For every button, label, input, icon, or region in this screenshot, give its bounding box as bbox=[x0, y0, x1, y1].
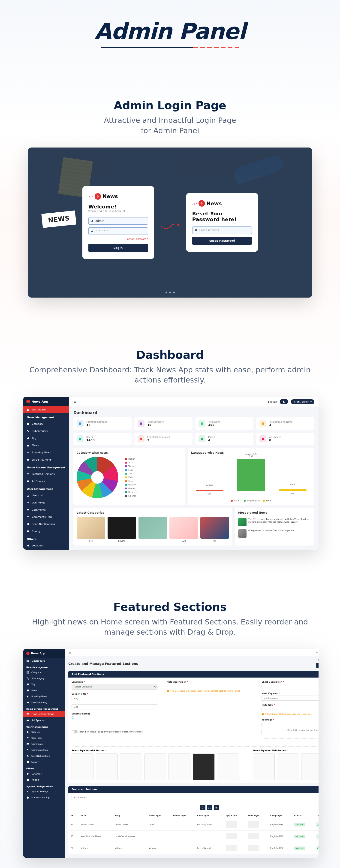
style-tile[interactable] bbox=[193, 753, 215, 780]
sidebar-item[interactable]: Survey bbox=[23, 528, 69, 535]
stat-card: Featured Sections16 bbox=[73, 417, 131, 430]
svg-point-16 bbox=[27, 731, 28, 732]
sidebar-group-home: Home Screen Management bbox=[23, 463, 69, 470]
category-tile[interactable]: dcv bbox=[76, 517, 105, 542]
table-header-cell[interactable]: Slug bbox=[113, 813, 147, 819]
edit-icon[interactable] bbox=[316, 822, 318, 827]
table-header-cell[interactable]: Id bbox=[68, 813, 78, 819]
table-header-cell[interactable]: Operate bbox=[313, 813, 318, 819]
sidebar-item[interactable]: Ad Spaces bbox=[23, 717, 65, 723]
style-tile[interactable] bbox=[71, 753, 93, 780]
sidebar-item[interactable]: User List bbox=[23, 729, 65, 735]
sidebar-item[interactable]: Database Backup bbox=[23, 795, 65, 801]
sidebar-item[interactable]: User Roles bbox=[23, 735, 65, 741]
reset-button[interactable]: Reset Password bbox=[192, 237, 252, 245]
table-search[interactable] bbox=[71, 795, 113, 800]
table-header-cell[interactable]: VideosType bbox=[170, 813, 195, 819]
sidebar-item-featured[interactable]: Featured Sections bbox=[23, 711, 65, 717]
sidebar-item[interactable]: Comments Flag bbox=[23, 514, 69, 521]
most-viewed-item[interactable]: The NFL is back! Preseason begins with L… bbox=[238, 517, 311, 528]
schema-field[interactable]: Schema markup ⓘ bbox=[71, 713, 157, 719]
sidebar-item[interactable]: Comments bbox=[23, 741, 65, 747]
sidebar-item[interactable]: Comments Flag bbox=[23, 747, 65, 753]
og-image-field[interactable]: og image *Drag & Drop your files or Brow… bbox=[261, 719, 318, 739]
style-tile[interactable] bbox=[217, 753, 239, 780]
edit-icon[interactable] bbox=[316, 846, 318, 850]
refresh-icon[interactable] bbox=[200, 805, 206, 810]
most-viewed: Most viewed News The NFL is back! Presea… bbox=[235, 508, 314, 545]
menu-icon[interactable] bbox=[73, 400, 76, 403]
menu-icon[interactable] bbox=[68, 651, 71, 654]
sidebar-item[interactable]: Live Streaming bbox=[23, 456, 69, 463]
category-tile[interactable]: Envato bbox=[107, 517, 136, 542]
sidebar-item[interactable]: Send Notifications bbox=[23, 753, 65, 759]
username-input[interactable]: admin bbox=[88, 217, 148, 225]
sidebar-item[interactable]: Breaking News bbox=[23, 693, 65, 700]
table-header-cell[interactable]: Title bbox=[78, 813, 113, 819]
based-switch[interactable]: Based on status - (Display news based on… bbox=[71, 730, 157, 734]
sidebar-item[interactable]: Category bbox=[23, 421, 69, 428]
sidebar-item[interactable]: Location bbox=[23, 542, 69, 549]
style-tile[interactable] bbox=[96, 753, 118, 780]
table-header-cell[interactable]: Filter Type bbox=[195, 813, 223, 819]
add-featured-button[interactable]: ⊕Add Featured Sections bbox=[316, 663, 318, 668]
table-header-cell[interactable]: App Style bbox=[223, 813, 245, 819]
password-input[interactable]: •••••••• bbox=[88, 227, 148, 235]
carousel-dots[interactable] bbox=[165, 291, 175, 293]
edit-icon[interactable] bbox=[316, 834, 318, 839]
style-tile[interactable] bbox=[144, 753, 166, 780]
sidebar-item-dashboard[interactable]: Dashboard bbox=[23, 658, 65, 664]
user-menu[interactable]: Hi , admin▾ bbox=[291, 399, 314, 404]
sidebar-item-dashboard[interactable]: Dashboard bbox=[23, 406, 69, 413]
category-tile[interactable]: اخبار bbox=[169, 517, 198, 542]
slug-field[interactable] bbox=[71, 704, 157, 709]
sidebar-item[interactable]: Featured Sections bbox=[23, 470, 69, 477]
web-style-grid[interactable] bbox=[253, 753, 318, 780]
short-desc-field[interactable]: Short Description * bbox=[261, 681, 318, 689]
category-tile[interactable]: खेल bbox=[200, 517, 229, 542]
meta-title-field[interactable]: Meta title *!Title is Required listing. … bbox=[261, 704, 318, 715]
sidebar-item[interactable]: Tag bbox=[23, 435, 69, 442]
login-button[interactable]: Login bbox=[88, 244, 148, 252]
category-tile[interactable] bbox=[138, 517, 167, 542]
sidebar-item[interactable]: Subcategory bbox=[23, 428, 69, 435]
app-style-grid[interactable] bbox=[71, 753, 239, 780]
table-header-cell[interactable]: Web Style bbox=[245, 813, 268, 819]
keyword-field[interactable]: Meta Keyword * bbox=[261, 692, 318, 701]
sidebar-item[interactable]: Send Notifications bbox=[23, 521, 69, 528]
sidebar-item[interactable]: Comments bbox=[23, 506, 69, 514]
style-tile[interactable] bbox=[277, 753, 299, 780]
style-tile[interactable] bbox=[120, 753, 142, 780]
language-field[interactable]: Language *Select Language bbox=[71, 681, 157, 689]
sidebar-item[interactable]: Ad Spaces bbox=[23, 477, 69, 485]
sidebar-item[interactable]: Survey bbox=[23, 759, 65, 765]
section-title-field[interactable]: Section Title * bbox=[71, 693, 157, 701]
sidebar-item[interactable]: System Settings bbox=[23, 788, 65, 795]
sidebar-item[interactable]: News bbox=[23, 442, 69, 449]
sidebar-item[interactable]: Category bbox=[23, 670, 65, 676]
most-viewed-item[interactable]: Google Pixel 6a review: The software pho… bbox=[238, 528, 311, 539]
forgot-password-link[interactable]: Forgot Password? bbox=[88, 238, 148, 241]
meta-desc-field[interactable]: Meta description *!Meta Description is R… bbox=[167, 681, 252, 692]
sidebar-item[interactable]: Location bbox=[23, 771, 65, 777]
sidebar-item[interactable]: User Roles bbox=[23, 499, 69, 506]
language-select[interactable]: English bbox=[268, 400, 277, 403]
fullscreen-icon[interactable] bbox=[207, 805, 212, 810]
table-header-cell[interactable]: Status bbox=[292, 813, 313, 819]
email-input[interactable]: Email Address bbox=[192, 226, 252, 234]
style-tile[interactable] bbox=[168, 753, 190, 780]
table-header-cell[interactable]: Language bbox=[268, 813, 292, 819]
columns-icon[interactable] bbox=[214, 805, 219, 810]
sidebar-item[interactable]: Live Streaming bbox=[23, 700, 65, 706]
table-header-cell[interactable]: News Type bbox=[147, 813, 170, 819]
sidebar-item[interactable]: Subcategory bbox=[23, 676, 65, 681]
theme-toggle[interactable] bbox=[280, 399, 288, 404]
sidebar-item[interactable]: Pages bbox=[23, 777, 65, 783]
sidebar-item[interactable]: News bbox=[23, 687, 65, 693]
sidebar-item[interactable]: User List bbox=[23, 492, 69, 499]
svg-rect-19 bbox=[27, 779, 29, 781]
sidebar-item[interactable]: Breaking News bbox=[23, 449, 69, 456]
style-tile[interactable] bbox=[253, 753, 275, 780]
sidebar-item[interactable]: Tag bbox=[23, 681, 65, 687]
style-tile[interactable] bbox=[301, 753, 318, 780]
